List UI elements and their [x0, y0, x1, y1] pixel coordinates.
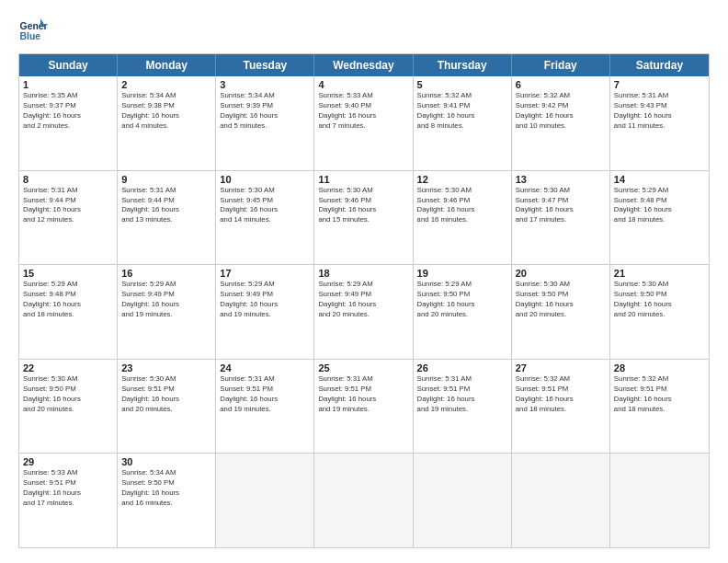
day-info: Sunrise: 5:30 AM Sunset: 9:50 PM Dayligh… [614, 280, 705, 320]
day-info: Sunrise: 5:34 AM Sunset: 9:38 PM Dayligh… [121, 91, 211, 132]
page: General Blue SundayMondayTuesdayWednesda… [0, 0, 728, 563]
day-number: 6 [516, 79, 606, 90]
header-day-wednesday: Wednesday [314, 54, 413, 76]
day-11: 11Sunrise: 5:30 AM Sunset: 9:46 PM Dayli… [314, 171, 413, 265]
day-10: 10Sunrise: 5:30 AM Sunset: 9:45 PM Dayli… [216, 171, 314, 265]
day-number: 1 [23, 79, 113, 90]
day-23: 23Sunrise: 5:30 AM Sunset: 9:51 PM Dayli… [118, 360, 216, 454]
svg-text:Blue: Blue [20, 31, 41, 41]
day-1: 1Sunrise: 5:35 AM Sunset: 9:37 PM Daylig… [19, 76, 118, 170]
day-info: Sunrise: 5:29 AM Sunset: 9:49 PM Dayligh… [318, 280, 408, 320]
day-19: 19Sunrise: 5:29 AM Sunset: 9:50 PM Dayli… [414, 265, 512, 359]
day-number: 12 [417, 174, 507, 185]
calendar-week-2: 8Sunrise: 5:31 AM Sunset: 9:44 PM Daylig… [19, 171, 709, 266]
day-number: 14 [614, 174, 705, 185]
day-30: 30Sunrise: 5:34 AM Sunset: 9:50 PM Dayli… [118, 454, 216, 547]
header-day-friday: Friday [512, 54, 610, 76]
day-number: 5 [417, 79, 507, 90]
logo-icon: General Blue [18, 15, 48, 44]
day-13: 13Sunrise: 5:30 AM Sunset: 9:47 PM Dayli… [512, 171, 610, 265]
calendar-week-5: 29Sunrise: 5:33 AM Sunset: 9:51 PM Dayli… [19, 454, 709, 547]
day-info: Sunrise: 5:33 AM Sunset: 9:51 PM Dayligh… [23, 468, 113, 509]
header-day-tuesday: Tuesday [216, 54, 314, 76]
day-26: 26Sunrise: 5:31 AM Sunset: 9:51 PM Dayli… [414, 360, 512, 454]
day-info: Sunrise: 5:31 AM Sunset: 9:51 PM Dayligh… [220, 374, 310, 415]
empty-day [414, 454, 512, 547]
day-info: Sunrise: 5:31 AM Sunset: 9:44 PM Dayligh… [121, 186, 211, 226]
day-info: Sunrise: 5:32 AM Sunset: 9:41 PM Dayligh… [417, 91, 507, 132]
day-number: 4 [318, 79, 408, 90]
day-info: Sunrise: 5:30 AM Sunset: 9:50 PM Dayligh… [23, 374, 113, 415]
day-21: 21Sunrise: 5:30 AM Sunset: 9:50 PM Dayli… [610, 265, 709, 359]
day-info: Sunrise: 5:30 AM Sunset: 9:50 PM Dayligh… [516, 280, 606, 320]
day-15: 15Sunrise: 5:29 AM Sunset: 9:48 PM Dayli… [19, 265, 118, 359]
day-number: 3 [220, 79, 310, 90]
day-info: Sunrise: 5:31 AM Sunset: 9:51 PM Dayligh… [417, 374, 507, 415]
day-info: Sunrise: 5:34 AM Sunset: 9:50 PM Dayligh… [121, 468, 211, 509]
day-info: Sunrise: 5:30 AM Sunset: 9:47 PM Dayligh… [516, 186, 606, 226]
day-14: 14Sunrise: 5:29 AM Sunset: 9:48 PM Dayli… [610, 171, 709, 265]
day-29: 29Sunrise: 5:33 AM Sunset: 9:51 PM Dayli… [19, 454, 118, 547]
day-number: 24 [220, 362, 310, 373]
day-9: 9Sunrise: 5:31 AM Sunset: 9:44 PM Daylig… [118, 171, 216, 265]
day-number: 17 [220, 268, 310, 279]
day-info: Sunrise: 5:30 AM Sunset: 9:51 PM Dayligh… [121, 374, 211, 415]
day-info: Sunrise: 5:31 AM Sunset: 9:43 PM Dayligh… [614, 91, 705, 132]
calendar-week-4: 22Sunrise: 5:30 AM Sunset: 9:50 PM Dayli… [19, 360, 709, 454]
day-info: Sunrise: 5:31 AM Sunset: 9:44 PM Dayligh… [23, 186, 113, 226]
day-28: 28Sunrise: 5:32 AM Sunset: 9:51 PM Dayli… [610, 360, 709, 454]
day-number: 7 [614, 79, 705, 90]
header: General Blue [18, 15, 710, 44]
header-day-monday: Monday [118, 54, 216, 76]
day-number: 23 [121, 362, 211, 373]
day-16: 16Sunrise: 5:29 AM Sunset: 9:49 PM Dayli… [118, 265, 216, 359]
day-info: Sunrise: 5:30 AM Sunset: 9:46 PM Dayligh… [318, 186, 408, 226]
logo: General Blue [18, 15, 48, 44]
day-5: 5Sunrise: 5:32 AM Sunset: 9:41 PM Daylig… [414, 76, 512, 170]
day-7: 7Sunrise: 5:31 AM Sunset: 9:43 PM Daylig… [610, 76, 709, 170]
day-4: 4Sunrise: 5:33 AM Sunset: 9:40 PM Daylig… [314, 76, 413, 170]
day-info: Sunrise: 5:29 AM Sunset: 9:48 PM Dayligh… [23, 280, 113, 320]
day-info: Sunrise: 5:34 AM Sunset: 9:39 PM Dayligh… [220, 91, 310, 132]
day-number: 11 [318, 174, 408, 185]
day-number: 13 [516, 174, 606, 185]
header-day-sunday: Sunday [19, 54, 118, 76]
day-12: 12Sunrise: 5:30 AM Sunset: 9:46 PM Dayli… [414, 171, 512, 265]
calendar-week-1: 1Sunrise: 5:35 AM Sunset: 9:37 PM Daylig… [19, 76, 709, 171]
day-number: 20 [516, 268, 606, 279]
empty-day [610, 454, 709, 547]
empty-day [216, 454, 314, 547]
day-number: 18 [318, 268, 408, 279]
calendar-week-3: 15Sunrise: 5:29 AM Sunset: 9:48 PM Dayli… [19, 265, 709, 360]
day-info: Sunrise: 5:30 AM Sunset: 9:45 PM Dayligh… [220, 186, 310, 226]
day-20: 20Sunrise: 5:30 AM Sunset: 9:50 PM Dayli… [512, 265, 610, 359]
day-22: 22Sunrise: 5:30 AM Sunset: 9:50 PM Dayli… [19, 360, 118, 454]
day-number: 9 [121, 174, 211, 185]
day-number: 30 [121, 456, 211, 467]
day-18: 18Sunrise: 5:29 AM Sunset: 9:49 PM Dayli… [314, 265, 413, 359]
day-number: 21 [614, 268, 705, 279]
empty-day [314, 454, 413, 547]
day-17: 17Sunrise: 5:29 AM Sunset: 9:49 PM Dayli… [216, 265, 314, 359]
day-info: Sunrise: 5:30 AM Sunset: 9:46 PM Dayligh… [417, 186, 507, 226]
day-info: Sunrise: 5:35 AM Sunset: 9:37 PM Dayligh… [23, 91, 113, 132]
day-8: 8Sunrise: 5:31 AM Sunset: 9:44 PM Daylig… [19, 171, 118, 265]
day-24: 24Sunrise: 5:31 AM Sunset: 9:51 PM Dayli… [216, 360, 314, 454]
day-27: 27Sunrise: 5:32 AM Sunset: 9:51 PM Dayli… [512, 360, 610, 454]
day-number: 2 [121, 79, 211, 90]
day-number: 16 [121, 268, 211, 279]
day-info: Sunrise: 5:29 AM Sunset: 9:50 PM Dayligh… [417, 280, 507, 320]
day-number: 10 [220, 174, 310, 185]
calendar: SundayMondayTuesdayWednesdayThursdayFrid… [18, 53, 710, 548]
day-number: 28 [614, 362, 705, 373]
day-25: 25Sunrise: 5:31 AM Sunset: 9:51 PM Dayli… [314, 360, 413, 454]
day-number: 29 [23, 456, 113, 467]
header-day-saturday: Saturday [610, 54, 709, 76]
header-day-thursday: Thursday [414, 54, 512, 76]
day-info: Sunrise: 5:32 AM Sunset: 9:51 PM Dayligh… [516, 374, 606, 415]
day-number: 15 [23, 268, 113, 279]
day-number: 25 [318, 362, 408, 373]
day-info: Sunrise: 5:32 AM Sunset: 9:42 PM Dayligh… [516, 91, 606, 132]
day-number: 19 [417, 268, 507, 279]
calendar-header: SundayMondayTuesdayWednesdayThursdayFrid… [19, 54, 709, 76]
